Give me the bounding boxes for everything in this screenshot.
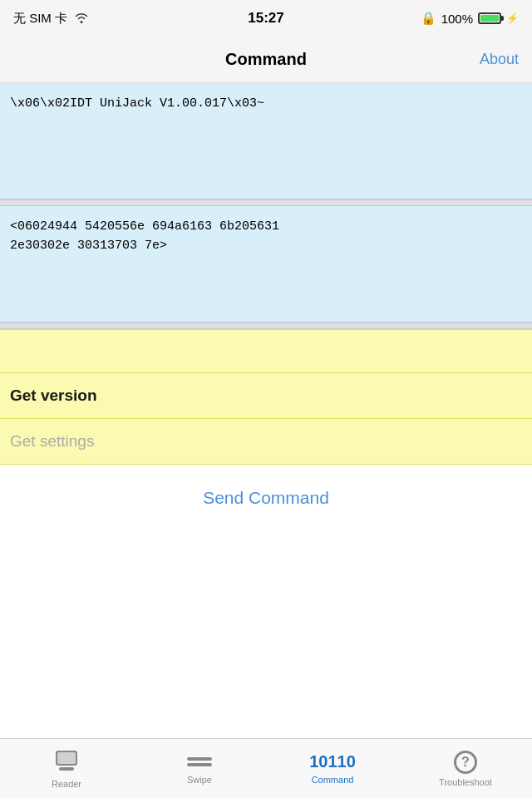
carrier-label: 无 SIM 卡 bbox=[13, 11, 67, 27]
command-item-label-0: Get version bbox=[10, 387, 97, 404]
separator-2 bbox=[0, 323, 532, 329]
wifi-icon bbox=[74, 12, 89, 26]
separator-1 bbox=[0, 200, 532, 206]
send-command-button[interactable]: Send Command bbox=[203, 488, 329, 508]
output-area-2: <06024944 5420556e 694a6163 6b205631 2e3… bbox=[0, 206, 532, 323]
tab-item-troubleshoot[interactable]: ? Troubleshoot bbox=[399, 739, 532, 798]
command-list: Get version Get settings bbox=[0, 329, 532, 465]
about-button[interactable]: About bbox=[480, 51, 519, 68]
charging-icon: ⚡ bbox=[506, 12, 519, 24]
lock-icon: 🔒 bbox=[421, 11, 436, 26]
nav-title: Command bbox=[225, 50, 307, 69]
output-area-1: \x06\x02IDT UniJack V1.00.017\x03~ bbox=[0, 83, 532, 200]
output-text-1: \x06\x02IDT UniJack V1.00.017\x03~ bbox=[10, 95, 522, 114]
send-area: Send Command bbox=[0, 465, 532, 531]
status-time: 15:27 bbox=[248, 10, 283, 27]
tab-number-command: 10110 bbox=[309, 752, 356, 771]
tab-bar: Reader Swipe 10110 Command ? Troubleshoo… bbox=[0, 738, 532, 798]
tab-label-reader: Reader bbox=[52, 779, 81, 789]
status-right: 🔒 100% ⚡ bbox=[421, 11, 519, 26]
tab-label-troubleshoot: Troubleshoot bbox=[439, 777, 492, 787]
tab-item-swipe[interactable]: Swipe bbox=[133, 739, 266, 798]
battery-icon bbox=[478, 12, 501, 24]
status-left: 无 SIM 卡 bbox=[13, 11, 89, 27]
tab-item-command[interactable]: 10110 Command bbox=[266, 739, 399, 798]
tab-label-command: Command bbox=[312, 775, 354, 785]
swipe-icon bbox=[187, 753, 212, 771]
svg-rect-2 bbox=[57, 752, 76, 764]
main-content: \x06\x02IDT UniJack V1.00.017\x03~ <0602… bbox=[0, 83, 532, 738]
status-bar: 无 SIM 卡 15:27 🔒 100% ⚡ bbox=[0, 0, 532, 37]
output-text-2: <06024944 5420556e 694a6163 6b205631 2e3… bbox=[10, 218, 522, 255]
tab-item-reader[interactable]: Reader bbox=[0, 739, 133, 798]
tab-label-swipe: Swipe bbox=[187, 775, 212, 785]
reader-icon bbox=[54, 749, 79, 776]
help-icon: ? bbox=[454, 751, 477, 774]
battery-percent: 100% bbox=[441, 12, 473, 26]
svg-rect-1 bbox=[59, 767, 74, 771]
command-item-get-version[interactable]: Get version bbox=[0, 373, 532, 419]
nav-bar: Command About bbox=[0, 37, 532, 83]
command-item-get-settings[interactable]: Get settings bbox=[0, 419, 532, 465]
command-input-area[interactable] bbox=[0, 330, 532, 373]
command-item-label-1: Get settings bbox=[10, 432, 94, 450]
